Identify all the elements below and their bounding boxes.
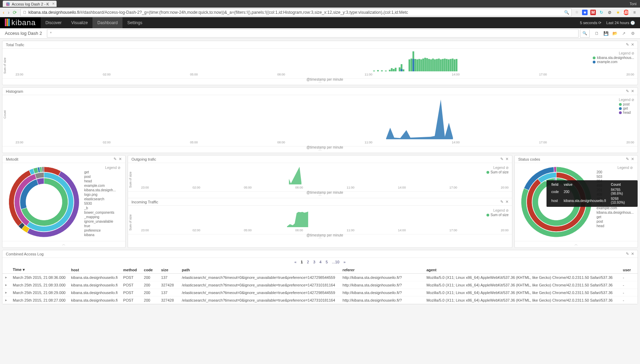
legend-item[interactable]: kibana.sta.designh...	[83, 188, 122, 192]
browser-profile[interactable]: Toni	[630, 2, 640, 6]
close-icon[interactable]: ×	[52, 1, 55, 6]
pager-link[interactable]: ...10	[330, 259, 341, 265]
gmail-icon[interactable]: M	[590, 10, 596, 15]
legend-item[interactable]: ignore_unavailable	[83, 220, 122, 223]
legend[interactable]: Legend ⊘ Sum of size	[486, 166, 509, 174]
expand-icon[interactable]: ▸	[2, 289, 10, 296]
legend-item[interactable]: kibana.sta.designhous...	[595, 211, 635, 214]
legend-item[interactable]: elasticsearch	[83, 197, 122, 201]
browser-tab[interactable]: Access log Dash 2 - K ×	[3, 1, 57, 7]
legend-item[interactable]: preference	[83, 229, 122, 232]
column-header[interactable]: agent	[424, 266, 620, 274]
close-icon[interactable]: ✕	[631, 42, 634, 47]
legend-item[interactable]: head	[619, 111, 634, 114]
legend-item[interactable]: head	[83, 179, 122, 183]
nav-dashboard[interactable]: Dashboard	[92, 17, 122, 28]
ext-icon-2[interactable]: ↻	[599, 10, 604, 15]
edit-icon[interactable]: ✎	[500, 157, 503, 161]
legend-item[interactable]: _b	[83, 206, 122, 210]
back-icon[interactable]: ‹	[3, 10, 4, 15]
column-header[interactable]: size	[158, 266, 179, 274]
pager-link[interactable]: 3	[311, 259, 317, 265]
ext-icon-1[interactable]: ★	[582, 10, 588, 15]
ext-icon-3[interactable]: ⊘	[607, 10, 612, 15]
legend-item[interactable]: post	[619, 102, 634, 106]
url-input[interactable]: 🗋 kibana.sta.designhouseilo.fi/#/dashboa…	[20, 9, 572, 16]
chart-incoming[interactable]: 01m2m3m4m5m 23:0002:0005:0008:0011:0014:…	[141, 209, 509, 237]
collapse-icon[interactable]: ︿	[2, 241, 125, 247]
column-header[interactable]: referer	[340, 266, 424, 274]
pager-link[interactable]: 1	[298, 259, 305, 265]
collapse-icon[interactable]: ︿	[515, 241, 638, 247]
close-icon[interactable]: ✕	[505, 157, 509, 161]
legend-item[interactable]: kibana	[83, 233, 122, 237]
share-icon[interactable]: ↗	[619, 29, 628, 38]
table-row[interactable]: ▸March 25th 2015, 21:08:36.000kibana.sta…	[2, 274, 638, 281]
chrome-menu-icon[interactable]: ≡	[632, 10, 637, 15]
close-icon[interactable]: ✕	[631, 89, 634, 93]
bookmark-icon[interactable]: ☆	[575, 10, 579, 14]
table-row[interactable]: ▸March 25th 2015, 21:08:27.000kibana.sta…	[2, 296, 638, 304]
chart-histogram[interactable]: 01k2k3k4k5k 23:0002:0005:0008:0011:0014:…	[16, 98, 634, 149]
edit-icon[interactable]: ✎	[626, 89, 629, 93]
table-row[interactable]: ▸March 25th 2015, 21:08:29.000kibana.sta…	[2, 289, 638, 296]
kibana-logo[interactable]: kibana	[0, 17, 41, 28]
expand-icon[interactable]: ▸	[2, 296, 10, 304]
legend-item[interactable]: get	[619, 107, 634, 110]
close-icon[interactable]: ✕	[505, 200, 509, 204]
legend-item[interactable]: 200	[595, 170, 635, 174]
pager-link[interactable]: »	[342, 259, 348, 265]
column-header[interactable]: Time ▾	[10, 266, 68, 274]
table-row[interactable]: ▸March 25th 2015, 21:08:33.000kibana.sta…	[2, 281, 638, 289]
close-icon[interactable]: ✕	[631, 157, 634, 161]
legend[interactable]: Legend ⊘ Sum of size	[486, 209, 509, 217]
edit-icon[interactable]: ✎	[626, 42, 629, 47]
edit-icon[interactable]: ✎	[500, 200, 503, 204]
column-header[interactable]: user	[620, 266, 638, 274]
legend-item[interactable]: example.com	[83, 184, 122, 188]
reload-icon[interactable]: ⟳	[13, 10, 17, 15]
legend-item[interactable]: 503	[595, 175, 635, 179]
pager-link[interactable]: «	[292, 259, 298, 265]
legend-item[interactable]: _mapping	[83, 215, 122, 219]
legend-item[interactable]: bower_components	[83, 211, 122, 214]
column-header[interactable]: path	[179, 266, 340, 274]
edit-icon[interactable]: ✎	[626, 157, 629, 161]
edit-icon[interactable]: ✎	[114, 157, 117, 161]
legend[interactable]: Legend ⊘ postgethead	[619, 98, 634, 115]
expand-icon[interactable]: ▸	[2, 281, 10, 289]
legend-item[interactable]: kibana.sta.designhous...	[593, 56, 634, 60]
chart-methods[interactable]	[5, 166, 83, 238]
pager-link[interactable]: 4	[317, 259, 324, 265]
nav-visualize[interactable]: Visualize	[67, 17, 93, 28]
legend-item[interactable]: Sum of size	[486, 170, 509, 174]
column-header[interactable]: code	[141, 266, 158, 274]
legend-item[interactable]: Sum of size	[486, 213, 509, 217]
nav-discover[interactable]: Discover	[41, 17, 67, 28]
search-in-page-icon[interactable]: 🔍	[564, 10, 569, 15]
time-range[interactable]: Last 24 hours 🕐	[606, 21, 635, 25]
settings-icon[interactable]: ⚙	[628, 29, 637, 38]
save-icon[interactable]: 💾	[601, 29, 610, 38]
edit-icon[interactable]: ✎	[626, 252, 629, 256]
chart-traffic[interactable]: 01m2m3m5m 23:0002:0005:0008:0011:0014:00…	[16, 51, 634, 81]
close-icon[interactable]: ✕	[119, 157, 122, 161]
search-input[interactable]: *	[47, 29, 579, 38]
abp-icon[interactable]: ABP	[623, 10, 629, 15]
search-button[interactable]: 🔍	[580, 29, 590, 38]
column-header[interactable]: host	[68, 266, 120, 274]
legend-item[interactable]: get	[83, 170, 122, 174]
refresh-interval[interactable]: 5 seconds ⟳	[580, 21, 601, 25]
pager-link[interactable]: 5	[324, 259, 330, 265]
legend[interactable]: Legend ⊘ kibana.sta.designhous...example…	[593, 51, 634, 64]
nav-settings[interactable]: Settings	[122, 17, 147, 28]
legend-item[interactable]: 5930	[83, 202, 122, 205]
legend[interactable]: Legend ⊘ getpostheadexample.comkibana.st…	[83, 166, 122, 238]
chart-outgoing[interactable]: 0500k1m1.5m2m 23:0002:0005:0008:0011:001…	[141, 166, 509, 194]
pager-link[interactable]: 2	[305, 259, 311, 265]
legend-item[interactable]: post	[595, 220, 635, 223]
legend-item[interactable]: get	[595, 215, 635, 219]
column-header[interactable]: method	[120, 266, 141, 274]
legend-item[interactable]: post	[83, 175, 122, 179]
ext-icon-4[interactable]: ★	[615, 10, 621, 15]
